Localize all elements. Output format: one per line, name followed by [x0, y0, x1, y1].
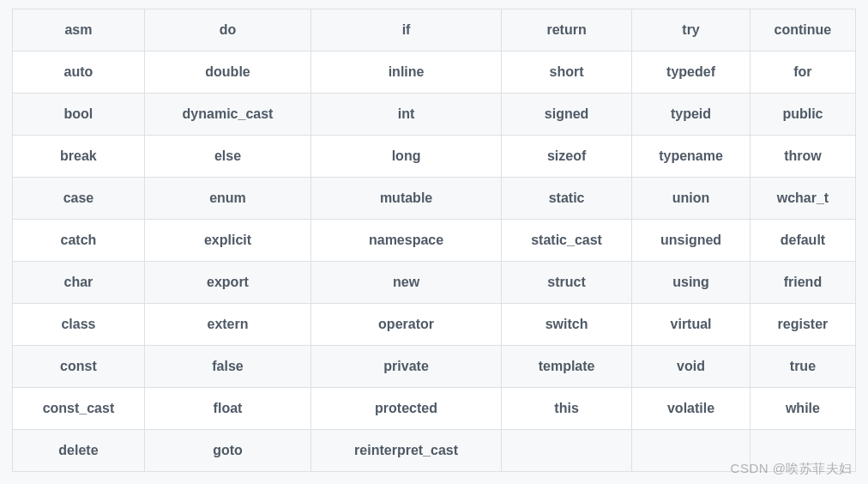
- table-cell: false: [144, 346, 310, 388]
- table-cell: [501, 430, 631, 472]
- table-cell: register: [750, 304, 855, 346]
- table-cell: dynamic_cast: [144, 94, 310, 136]
- table-cell: long: [311, 136, 502, 178]
- table-cell: unsigned: [632, 220, 750, 262]
- table-cell: struct: [501, 262, 631, 304]
- table-cell: case: [13, 178, 145, 220]
- table-cell: typedef: [632, 51, 750, 94]
- table-cell: reinterpret_cast: [311, 430, 502, 472]
- table-cell: enum: [144, 178, 310, 220]
- table-cell: void: [632, 346, 750, 388]
- table-row: auto double inline short typedef for: [13, 51, 856, 94]
- table-cell: wchar_t: [750, 178, 855, 220]
- table-cell: else: [144, 136, 310, 178]
- table-cell: virtual: [632, 304, 750, 346]
- table-cell: new: [311, 262, 502, 304]
- table-body: asm do if return try continue auto doubl…: [13, 9, 856, 472]
- table-cell: auto: [13, 51, 145, 94]
- table-cell: try: [632, 9, 750, 51]
- table-cell: int: [311, 94, 502, 136]
- table-row: const false private template void true: [13, 346, 856, 388]
- table-cell: [750, 430, 855, 472]
- table-cell: typeid: [632, 94, 750, 136]
- table-cell: true: [750, 346, 855, 388]
- table-cell: const: [13, 346, 145, 388]
- table-cell: float: [144, 388, 310, 430]
- table-cell: while: [750, 388, 855, 430]
- table-cell: typename: [632, 136, 750, 178]
- table-cell: class: [13, 304, 145, 346]
- table-cell: signed: [501, 94, 631, 136]
- table-row: asm do if return try continue: [13, 9, 856, 51]
- table-cell: this: [501, 388, 631, 430]
- table-cell: catch: [13, 220, 145, 262]
- table-cell: char: [13, 262, 145, 304]
- table-cell: bool: [13, 94, 145, 136]
- table-row: case enum mutable static union wchar_t: [13, 178, 856, 220]
- table-row: catch explicit namespace static_cast uns…: [13, 220, 856, 262]
- table-cell: inline: [311, 51, 502, 94]
- table-cell: static: [501, 178, 631, 220]
- table-cell: asm: [13, 9, 145, 51]
- table-cell: continue: [750, 9, 855, 51]
- table-cell: [632, 430, 750, 472]
- table-cell: do: [144, 9, 310, 51]
- table-cell: const_cast: [13, 388, 145, 430]
- table-cell: public: [750, 94, 855, 136]
- keywords-table: asm do if return try continue auto doubl…: [12, 9, 856, 472]
- table-cell: export: [144, 262, 310, 304]
- table-row: delete goto reinterpret_cast: [13, 430, 856, 472]
- table-cell: break: [13, 136, 145, 178]
- table-cell: if: [311, 9, 502, 51]
- table-cell: private: [311, 346, 502, 388]
- table-cell: switch: [501, 304, 631, 346]
- table-row: break else long sizeof typename throw: [13, 136, 856, 178]
- table-cell: operator: [311, 304, 502, 346]
- table-cell: goto: [144, 430, 310, 472]
- table-cell: union: [632, 178, 750, 220]
- table-cell: default: [750, 220, 855, 262]
- table-cell: double: [144, 51, 310, 94]
- table-cell: static_cast: [501, 220, 631, 262]
- table-cell: for: [750, 51, 855, 94]
- table-cell: extern: [144, 304, 310, 346]
- table-cell: namespace: [311, 220, 502, 262]
- table-cell: friend: [750, 262, 855, 304]
- table-cell: volatile: [632, 388, 750, 430]
- table-cell: return: [501, 9, 631, 51]
- table-cell: mutable: [311, 178, 502, 220]
- table-cell: protected: [311, 388, 502, 430]
- table-row: const_cast float protected this volatile…: [13, 388, 856, 430]
- table-cell: sizeof: [501, 136, 631, 178]
- table-cell: template: [501, 346, 631, 388]
- table-row: bool dynamic_cast int signed typeid publ…: [13, 94, 856, 136]
- table-row: class extern operator switch virtual reg…: [13, 304, 856, 346]
- table-row: char export new struct using friend: [13, 262, 856, 304]
- table-cell: using: [632, 262, 750, 304]
- table-cell: throw: [750, 136, 855, 178]
- table-cell: delete: [13, 430, 145, 472]
- table-cell: short: [501, 51, 631, 94]
- table-cell: explicit: [144, 220, 310, 262]
